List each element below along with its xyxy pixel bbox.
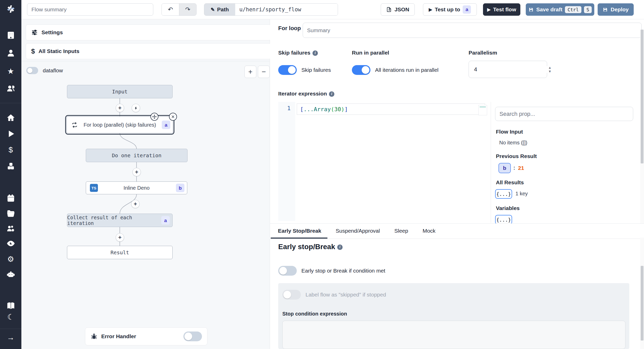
docs-book-icon[interactable] [0, 300, 21, 312]
dark-mode-moon-icon[interactable]: ☾ [0, 311, 21, 323]
graph-node-inline-deno[interactable]: TS Inline Deno b [86, 181, 187, 194]
json-button[interactable]: JSON [381, 3, 415, 16]
deploy-button[interactable]: Deploy [598, 3, 634, 16]
scrollbar-thumb[interactable] [641, 266, 643, 341]
workspace-building-icon[interactable] [0, 29, 21, 41]
graph-node-input[interactable]: Input [67, 85, 173, 98]
audit-eye-icon[interactable] [0, 238, 21, 249]
path-input[interactable] [235, 4, 338, 15]
label-skipped-toggle[interactable] [282, 290, 301, 300]
scrollbar-track [640, 30, 644, 223]
previous-result-key-chip[interactable]: b [498, 163, 511, 173]
graph-node-collect-result[interactable]: Collect result of each iteration a [67, 214, 173, 227]
collapse-arrow-right-icon[interactable]: → [0, 331, 21, 343]
error-handler-toggle[interactable] [183, 331, 202, 341]
path-group: ✎ Path [204, 3, 338, 16]
chevron-down-icon[interactable]: ▼ [548, 70, 552, 73]
schedules-calendar-icon[interactable] [0, 192, 21, 204]
graph-node-result[interactable]: Result [67, 246, 173, 259]
windmill-logo-icon[interactable] [0, 3, 21, 15]
dataflow-toggle[interactable] [26, 67, 38, 74]
early-stop-toggle-row: Early stop or Break if condition met [278, 266, 385, 276]
folders-icon[interactable] [0, 207, 21, 219]
delete-node-button[interactable]: × [169, 113, 177, 121]
iterator-code-editor[interactable]: 1 [ ... Array ( 30 ) ] [278, 102, 491, 221]
step-inspector-panel: For loop Skip failuresi Run in parallel … [270, 19, 644, 349]
tab-mock[interactable]: Mock [422, 224, 435, 239]
add-step-button[interactable]: + [116, 233, 124, 242]
node-id-badge: a [161, 216, 170, 225]
add-step-button[interactable]: + [131, 200, 140, 208]
code-token: ] [344, 106, 348, 112]
info-icon[interactable]: i [337, 245, 343, 250]
groups-cog-icon[interactable] [0, 223, 21, 234]
test-up-to-button[interactable]: ▶ Test up to a [423, 3, 477, 16]
undo-button[interactable]: ↶ [162, 4, 179, 15]
chevron-up-icon[interactable]: ▲ [548, 66, 552, 69]
flow-summary-input[interactable] [27, 3, 153, 16]
test-flow-button[interactable]: ▶ Test flow [483, 3, 520, 16]
settings-gear-icon[interactable]: ⚙ [0, 253, 21, 265]
runs-play-icon[interactable] [0, 128, 21, 140]
tab-sleep[interactable]: Sleep [394, 224, 408, 239]
flow-settings-button[interactable]: Settings [26, 24, 271, 40]
zoom-in-button[interactable]: + [244, 66, 256, 78]
code-token: 30 [334, 106, 341, 112]
code-token: ... [303, 106, 314, 112]
code-token: Array [314, 106, 331, 112]
file-json-icon [386, 7, 392, 12]
early-stop-heading: Early stop/Breaki [278, 243, 343, 251]
zoom-out-button[interactable]: − [258, 66, 270, 78]
all-results-chip[interactable]: {...} [495, 189, 512, 199]
parallelism-input[interactable] [474, 66, 548, 73]
redo-button[interactable]: ↷ [179, 4, 196, 15]
typescript-icon: TS [90, 184, 98, 192]
run-in-parallel-heading: Run in parallel [352, 50, 389, 56]
summary-input[interactable] [303, 23, 642, 38]
groups-users-icon[interactable] [0, 83, 21, 94]
error-handler-card[interactable]: Error Handler [85, 327, 207, 345]
add-step-button[interactable]: + [132, 168, 141, 176]
node-id-badge: a [162, 121, 170, 129]
divider [491, 102, 491, 223]
info-icon[interactable]: i [329, 91, 334, 97]
run-in-parallel-toggle[interactable] [352, 65, 370, 75]
step-badge: a [463, 5, 471, 14]
parallelism-field: ▲▼ [469, 61, 547, 78]
user-icon[interactable] [0, 47, 21, 59]
skip-failures-toggle[interactable] [278, 65, 297, 75]
all-results-count: 1 key [515, 191, 528, 197]
save-draft-button[interactable]: Save draft Ctrl S [526, 3, 594, 16]
tab-suspend-approval[interactable]: Suspend/Approval [336, 224, 380, 239]
bolt-icon [134, 106, 138, 110]
code-line[interactable]: [ ... Array ( 30 ) ] [297, 103, 485, 115]
graph-node-do-one-iteration[interactable]: Do one iteration [86, 149, 188, 162]
node-id-badge: b [176, 184, 184, 192]
previous-result-value[interactable]: 21 [518, 165, 524, 171]
line-number: 1 [287, 105, 291, 111]
favorites-star-icon[interactable]: ★ [0, 65, 21, 77]
all-results-heading: All Results [496, 179, 524, 186]
early-stop-toggle[interactable] [278, 266, 297, 276]
top-toolbar: ↶ ↷ ✎ Path JSON ▶ Test up to a ▶ Test fl… [21, 0, 644, 19]
pencil-icon: ✎ [211, 7, 215, 13]
path-edit-button[interactable]: ✎ Path [204, 4, 235, 15]
sidebar-divider [0, 103, 21, 103]
trigger-bolt-button[interactable] [132, 104, 140, 112]
home-icon[interactable] [0, 112, 21, 124]
all-static-inputs-button[interactable]: $ All Static Inputs [26, 43, 271, 59]
resources-cubes-icon[interactable] [0, 160, 21, 172]
move-node-handle[interactable] [150, 113, 158, 121]
number-spinner[interactable]: ▲▼ [548, 66, 552, 73]
scrollbar-thumb[interactable] [641, 30, 643, 163]
node-label: Input [112, 89, 128, 95]
add-step-button[interactable]: + [116, 104, 124, 112]
ai-robot-icon[interactable] [0, 269, 21, 281]
static-inputs-label: All Static Inputs [38, 48, 79, 54]
variables-dollar-icon[interactable]: $ [0, 144, 21, 156]
search-prop-input[interactable] [495, 107, 633, 121]
stop-condition-editor[interactable] [282, 321, 625, 349]
info-icon[interactable]: i [312, 50, 318, 56]
variables-chip[interactable]: {...} [495, 215, 512, 224]
tab-early-stop-break[interactable]: Early Stop/Break [278, 224, 321, 239]
